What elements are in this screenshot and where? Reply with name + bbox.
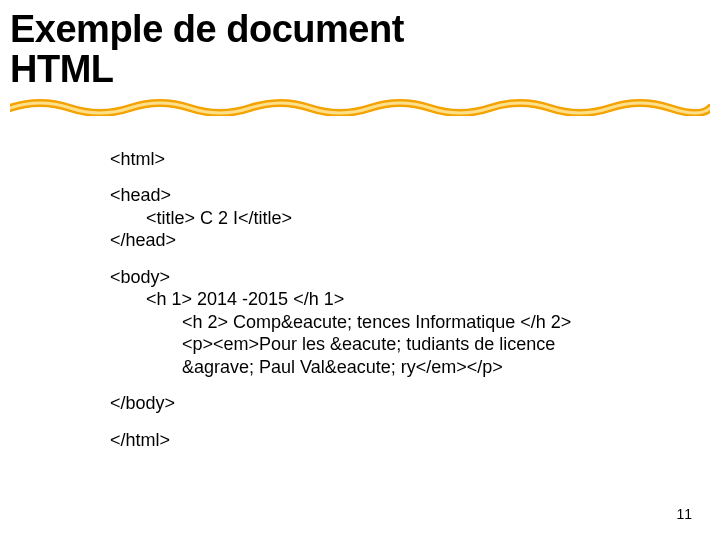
code-line-head-open: <head> [110, 184, 670, 207]
code-block-body: <body> <h 1> 2014 -2015 </h 1> <h 2> Com… [110, 266, 670, 379]
code-line-body-open: <body> [110, 266, 670, 289]
slide-title: Exemple de document HTML [10, 10, 710, 90]
code-line-title: <title> C 2 I</title> [110, 207, 670, 230]
page-number: 11 [676, 506, 692, 522]
wavy-underline-icon [10, 94, 710, 116]
title-underline [10, 94, 710, 116]
code-line-h1: <h 1> 2014 -2015 </h 1> [110, 288, 670, 311]
code-line-body-close: </body> [110, 392, 670, 415]
code-line-h2: <h 2> Comp&eacute; tences Informatique <… [110, 311, 670, 334]
title-line-1: Exemple de document [10, 10, 710, 50]
title-line-2: HTML [10, 50, 710, 90]
code-line-head-close: </head> [110, 229, 670, 252]
code-block-head: <head> <title> C 2 I</title> </head> [110, 184, 670, 252]
code-line-html-close: </html> [110, 429, 670, 452]
code-content: <html> <head> <title> C 2 I</title> </he… [110, 148, 670, 452]
code-line-p1: <p><em>Pour les &eacute; tudiants de lic… [110, 333, 670, 356]
code-line-html-open: <html> [110, 148, 670, 171]
code-line-p2: &agrave; Paul Val&eacute; ry</em></p> [110, 356, 670, 379]
slide: Exemple de document HTML <html> <head> <… [0, 0, 720, 540]
